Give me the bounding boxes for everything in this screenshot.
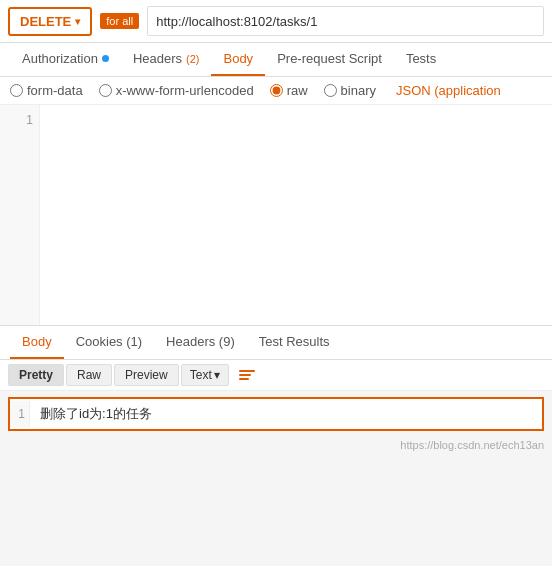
resp-body-label: Body	[22, 334, 52, 349]
response-toolbar: Pretty Raw Preview Text ▾	[0, 360, 552, 391]
resp-text-chevron: ▾	[214, 368, 220, 382]
method-chevron: ▾	[75, 16, 80, 27]
request-tabs-row: Authorization Headers (2) Body Pre-reque…	[0, 43, 552, 77]
method-label: DELETE	[20, 14, 71, 29]
form-data-label: form-data	[27, 83, 83, 98]
resp-tab-body[interactable]: Body	[10, 326, 64, 359]
tab-body[interactable]: Body	[211, 43, 265, 76]
resp-tab-cookies[interactable]: Cookies (1)	[64, 326, 154, 359]
tab-body-label: Body	[223, 51, 253, 66]
resp-tab-headers[interactable]: Headers (9)	[154, 326, 247, 359]
for-all-button[interactable]: for all	[100, 13, 139, 29]
tab-headers[interactable]: Headers (2)	[121, 43, 212, 76]
headers-badge: (2)	[186, 53, 199, 65]
tab-headers-label: Headers	[133, 51, 182, 66]
top-bar: DELETE ▾ for all	[0, 0, 552, 43]
radio-binary[interactable]: binary	[324, 83, 376, 98]
line-numbers: 1	[0, 105, 40, 325]
tab-prerequest[interactable]: Pre-request Script	[265, 43, 394, 76]
resp-testresults-label: Test Results	[259, 334, 330, 349]
resp-result-text: 删除了id为:1的任务	[30, 399, 162, 429]
tab-authorization[interactable]: Authorization	[10, 43, 121, 76]
binary-label: binary	[341, 83, 376, 98]
method-button[interactable]: DELETE ▾	[8, 7, 92, 36]
resp-cookies-label: Cookies (1)	[76, 334, 142, 349]
resp-format-icon[interactable]	[239, 370, 255, 380]
tab-prerequest-label: Pre-request Script	[277, 51, 382, 66]
resp-headers-label: Headers (9)	[166, 334, 235, 349]
icon-line-3	[239, 378, 249, 380]
response-tabs-row: Body Cookies (1) Headers (9) Test Result…	[0, 326, 552, 360]
line-number-1: 1	[6, 113, 33, 127]
urlencoded-label: x-www-form-urlencoded	[116, 83, 254, 98]
json-type-label: JSON (application	[396, 83, 501, 98]
radio-form-data[interactable]: form-data	[10, 83, 83, 98]
resp-tab-testresults[interactable]: Test Results	[247, 326, 342, 359]
tab-tests-label: Tests	[406, 51, 436, 66]
watermark: https://blog.csdn.net/ech13an	[0, 437, 552, 453]
tab-authorization-label: Authorization	[22, 51, 98, 66]
resp-text-label: Text	[190, 368, 212, 382]
resp-pretty-btn[interactable]: Pretty	[8, 364, 64, 386]
radio-raw[interactable]: raw	[270, 83, 308, 98]
resp-text-select[interactable]: Text ▾	[181, 364, 229, 386]
body-options-row: form-data x-www-form-urlencoded raw bina…	[0, 77, 552, 105]
response-result-box: 1 删除了id为:1的任务	[8, 397, 544, 431]
resp-raw-btn[interactable]: Raw	[66, 364, 112, 386]
tab-tests[interactable]: Tests	[394, 43, 448, 76]
editor-content[interactable]	[40, 105, 552, 325]
resp-line-number: 1	[10, 401, 30, 427]
radio-urlencoded[interactable]: x-www-form-urlencoded	[99, 83, 254, 98]
resp-preview-btn[interactable]: Preview	[114, 364, 179, 386]
raw-label: raw	[287, 83, 308, 98]
request-editor: 1	[0, 105, 552, 326]
url-input[interactable]	[147, 6, 544, 36]
icon-line-2	[239, 374, 251, 376]
authorization-dot	[102, 55, 109, 62]
watermark-text: https://blog.csdn.net/ech13an	[400, 439, 544, 451]
icon-line-1	[239, 370, 255, 372]
